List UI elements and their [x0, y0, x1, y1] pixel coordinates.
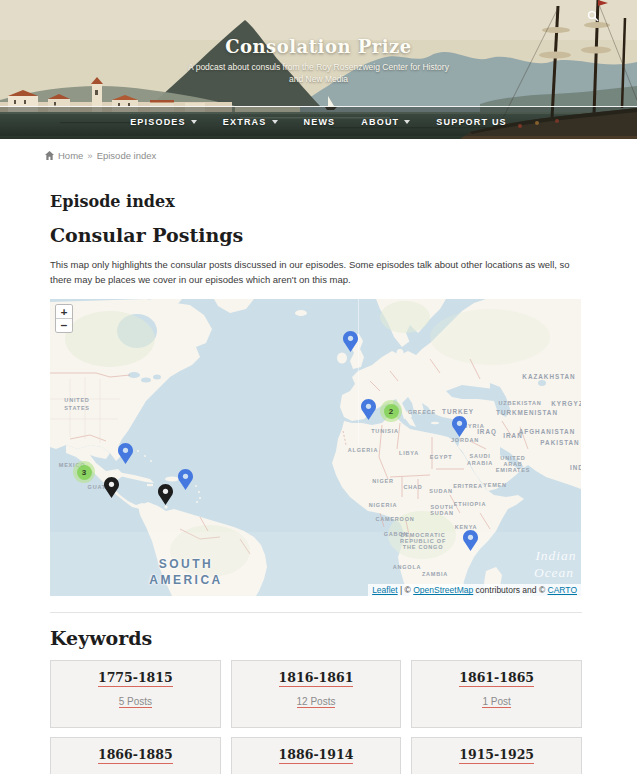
map-label: Indian — [535, 548, 576, 564]
nav-label: EPISODES — [130, 117, 186, 127]
map-label: EMIRATES — [496, 467, 530, 473]
map-label: ANGOLA — [393, 564, 422, 570]
page-title: Episode index — [50, 192, 582, 211]
search-icon[interactable] — [587, 8, 599, 26]
attribution-text: | © — [398, 585, 414, 595]
openstreetmap-link[interactable]: OpenStreetMap — [413, 585, 473, 595]
map-marker-pin-blue[interactable] — [463, 530, 478, 551]
map-marker-pin-black[interactable] — [104, 477, 119, 498]
map-label: CHAD — [403, 484, 422, 490]
map-marker-pin-blue[interactable] — [178, 469, 193, 490]
keyword-link[interactable]: 1866-1885 — [98, 747, 173, 764]
map-label: PAKISTAN — [540, 439, 579, 446]
map-label: IRAQ — [477, 428, 497, 435]
keyword-card: 1866-1885 6 Posts — [50, 737, 221, 774]
chevron-down-icon — [191, 120, 197, 124]
consular-postings-map[interactable]: UNITEDSTATESMEXICOGUATESOUTHAMERICATUNIS… — [50, 299, 581, 596]
map-label: SAUDI — [469, 453, 490, 459]
site-subtitle: A podcast about consuls from the Roy Ros… — [159, 62, 479, 86]
map-label: UNITED — [64, 397, 89, 403]
map-marker-pin-blue[interactable] — [118, 443, 133, 464]
section-title-consular-postings: Consular Postings — [50, 224, 582, 246]
map-label: LIBYA — [399, 450, 419, 456]
map-marker-pin-blue[interactable] — [361, 399, 376, 420]
nav-label: SUPPORT US — [436, 117, 507, 127]
site-header: Consolation Prize A podcast about consul… — [0, 0, 637, 139]
map-label: ARABIA — [467, 460, 493, 466]
keyword-card: 1775-1815 5 Posts — [50, 660, 221, 728]
map-label: STATES — [64, 405, 90, 411]
attribution-text: contributors and © — [473, 585, 547, 595]
nav-label: NEWS — [304, 117, 336, 127]
nav-item-support-us[interactable]: SUPPORT US — [436, 117, 507, 127]
main-content: Episode index Consular Postings This map… — [50, 192, 582, 774]
map-marker-pin-blue[interactable] — [343, 331, 358, 352]
breadcrumb-home-link[interactable]: Home — [58, 150, 83, 161]
map-label: Ocean — [534, 565, 574, 581]
map-zoom-control: + − — [55, 304, 73, 333]
keywords-title: Keywords — [50, 627, 582, 649]
map-label: YEMEN — [483, 482, 507, 488]
map-attribution: Leaflet | © OpenStreetMap contributors a… — [368, 584, 581, 596]
map-label: SUDAN — [430, 510, 454, 516]
map-label: ALGERIA — [348, 447, 378, 453]
keyword-link[interactable]: 1775-1815 — [98, 670, 173, 687]
site-subtitle-line1: A podcast about consuls from the Roy Ros… — [159, 62, 479, 74]
nav-label: EXTRAS — [223, 117, 267, 127]
map-marker-pin-black[interactable] — [158, 484, 173, 505]
keyword-link[interactable]: 1861-1865 — [459, 670, 534, 687]
leaflet-link[interactable]: Leaflet — [372, 585, 398, 595]
carto-link[interactable]: CARTO — [548, 585, 577, 595]
site-title[interactable]: Consolation Prize — [0, 36, 637, 57]
breadcrumb: Home » Episode index — [0, 139, 637, 161]
home-icon — [45, 151, 54, 160]
map-label: NIGER — [372, 478, 393, 484]
zoom-in-button[interactable]: + — [56, 305, 72, 319]
map-label: TUNISIA — [371, 428, 399, 434]
zoom-out-button[interactable]: − — [56, 319, 72, 332]
map-label: NIGERIA — [369, 502, 398, 508]
map-tile-seam — [358, 299, 359, 445]
map-label: ETHIOPIA — [454, 501, 486, 507]
map-description: This map only highlights the consular po… — [50, 257, 582, 287]
breadcrumb-current: Episode index — [97, 150, 157, 161]
map-label: TURKMENISTAN — [496, 409, 558, 416]
map-label: JORDAN — [451, 437, 479, 443]
map-label: THE CONGO — [403, 544, 444, 550]
breadcrumb-separator: » — [87, 150, 92, 161]
map-marker-pin-blue[interactable] — [452, 416, 467, 437]
map-label: AFGHANISTAN — [519, 428, 575, 435]
keyword-link[interactable]: 1915-1925 — [459, 747, 534, 764]
masthead: Consolation Prize A podcast about consul… — [0, 36, 637, 86]
keyword-card: 1861-1865 1 Post — [411, 660, 582, 728]
map-label: INDIA — [570, 464, 581, 471]
keyword-card: 1886-1914 5 Posts — [231, 737, 402, 774]
chevron-down-icon — [404, 120, 410, 124]
map-label: KAZAKHSTAN — [522, 373, 575, 380]
map-label: KYRGYZS — [551, 400, 581, 407]
keywords-grid: 1775-1815 5 Posts 1816-1861 12 Posts 186… — [50, 660, 582, 774]
map-label: ZAMBIA — [422, 571, 448, 577]
nav-label: ABOUT — [361, 117, 399, 127]
map-label: SOUTH — [159, 557, 214, 571]
site-subtitle-line2: and New Media — [159, 74, 479, 86]
nav-item-extras[interactable]: EXTRAS — [223, 117, 278, 127]
nav-item-about[interactable]: ABOUT — [361, 117, 410, 127]
map-label: AMERICA — [149, 573, 223, 587]
keyword-post-count-link[interactable]: 5 Posts — [119, 696, 152, 708]
section-divider — [50, 612, 582, 613]
keyword-card: 1816-1861 12 Posts — [231, 660, 402, 728]
map-label: SUDAN — [429, 488, 453, 494]
nav-item-news[interactable]: NEWS — [304, 117, 336, 127]
map-label: CAMEROON — [375, 516, 414, 522]
keyword-post-count-link[interactable]: 12 Posts — [297, 696, 336, 708]
map-label: EGYPT — [430, 454, 453, 460]
keyword-link[interactable]: 1816-1861 — [279, 670, 354, 687]
map-label: UZBEKISTAN — [498, 400, 541, 406]
map-label: TURKEY — [442, 408, 474, 415]
main-nav: EPISODES EXTRAS NEWS ABOUT SUPPORT US — [0, 106, 637, 136]
nav-item-episodes[interactable]: EPISODES — [130, 117, 197, 127]
map-label: ERITREA — [453, 483, 483, 489]
keyword-post-count-link[interactable]: 1 Post — [482, 696, 510, 708]
keyword-link[interactable]: 1886-1914 — [279, 747, 354, 764]
